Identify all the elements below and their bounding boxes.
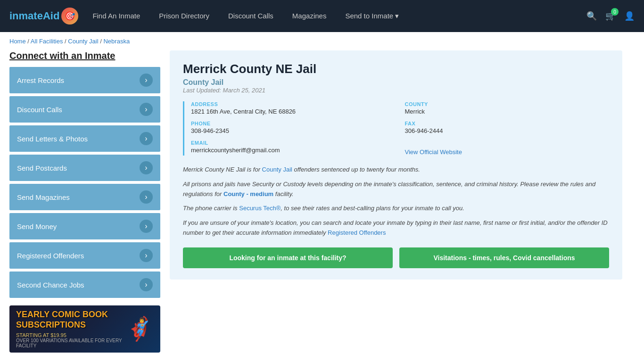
cart-button[interactable]: 🛒 0 [605, 11, 616, 21]
chevron-right-icon: › [140, 161, 153, 174]
county-jail-link-1[interactable]: County Jail [262, 166, 292, 173]
fax-label: FAX [405, 121, 610, 126]
cart-badge: 0 [611, 8, 619, 16]
sidebar-menu: Arrest Records › Discount Calls › Send L… [9, 67, 160, 298]
chevron-right-icon: › [140, 74, 153, 87]
phone-label: PHONE [191, 121, 396, 126]
sidebar-item-send-postcards[interactable]: Send Postcards › [9, 155, 160, 181]
nav-prison-directory[interactable]: Prison Directory [159, 12, 209, 20]
phone-value: 308-946-2345 [191, 127, 396, 134]
ad-title: YEARLY COMIC BOOKSUBSCRIPTIONS [16, 310, 125, 330]
breadcrumb-county-jail[interactable]: County Jail [68, 38, 98, 45]
facility-desc-2: All prisons and jails have Security or C… [183, 180, 609, 199]
county-medium-link[interactable]: County - medium [223, 190, 273, 197]
nav-links: Find An Inmate Prison Directory Discount… [92, 12, 586, 20]
nav-find-inmate[interactable]: Find An Inmate [92, 12, 140, 20]
chevron-right-icon: › [140, 103, 153, 116]
facility-desc-4: If you are unsure of your inmate's locat… [183, 218, 609, 238]
breadcrumb-home[interactable]: Home [9, 38, 26, 45]
ad-variations: OVER 100 VARIATIONS AVAILABLE FOR EVERY … [16, 338, 125, 348]
phone-block: PHONE 308-946-2345 [191, 121, 396, 134]
email-label: EMAIL [191, 140, 396, 146]
breadcrumb-state[interactable]: Nebraska [103, 38, 130, 45]
sidebar-item-send-letters[interactable]: Send Letters & Photos › [9, 125, 160, 152]
facility-info-grid: ADDRESS 1821 16th Ave, Central City, NE … [183, 101, 609, 156]
facility-updated: Last Updated: March 25, 2021 [183, 87, 609, 94]
address-block: ADDRESS 1821 16th Ave, Central City, NE … [191, 101, 396, 115]
nav-right: 🔍 🛒 0 👤 [586, 11, 635, 21]
navbar: inmateAid 🎯 Find An Inmate Prison Direct… [0, 0, 644, 32]
address-value: 1821 16th Ave, Central City, NE 68826 [191, 108, 396, 115]
logo[interactable]: inmateAid 🎯 [9, 8, 78, 25]
sidebar-item-second-chance-jobs[interactable]: Second Chance Jobs › [9, 272, 160, 298]
facility-content: Merrick County NE Jail County Jail Last … [170, 50, 622, 353]
sidebar-item-label: Send Postcards [17, 164, 67, 172]
sidebar-item-label: Send Letters & Photos [17, 135, 88, 143]
nav-send-to-inmate[interactable]: Send to Inmate ▾ [345, 12, 399, 20]
chevron-right-icon: › [140, 190, 153, 204]
breadcrumb: Home / All Facilities / County Jail / Ne… [0, 32, 644, 50]
logo-text: inmateAid [9, 10, 59, 22]
main-container: Connect with an Inmate Arrest Records › … [0, 50, 632, 362]
sidebar-item-discount-calls[interactable]: Discount Calls › [9, 96, 160, 123]
facility-desc-1: Merrick County NE Jail is for County Jai… [183, 165, 609, 175]
sidebar-item-registered-offenders[interactable]: Registered Offenders › [9, 242, 160, 269]
sidebar-item-label: Send Magazines [17, 193, 70, 201]
securus-link[interactable]: Securus Tech® [239, 205, 281, 212]
chevron-right-icon: › [140, 220, 153, 233]
ad-text: YEARLY COMIC BOOKSUBSCRIPTIONS STARTING … [16, 310, 125, 348]
search-button[interactable]: 🔍 [586, 11, 597, 21]
chevron-right-icon: › [140, 249, 153, 262]
sidebar-title: Connect with an Inmate [9, 50, 160, 61]
registered-offenders-link[interactable]: Registered Offenders [328, 229, 386, 236]
email-block: EMAIL merrickcountysheriff@gmail.com [191, 140, 396, 156]
chevron-right-icon: › [140, 132, 153, 145]
sidebar-item-send-magazines[interactable]: Send Magazines › [9, 184, 160, 210]
email-value: merrickcountysheriff@gmail.com [191, 147, 396, 154]
breadcrumb-all-facilities[interactable]: All Facilities [31, 38, 63, 45]
view-official-website-link[interactable]: View Official Website [405, 148, 462, 156]
nav-magazines[interactable]: Magazines [292, 12, 327, 20]
nav-discount-calls[interactable]: Discount Calls [228, 12, 273, 20]
sidebar: Connect with an Inmate Arrest Records › … [9, 50, 160, 353]
sidebar-item-label: Registered Offenders [17, 252, 84, 260]
sidebar-item-label: Arrest Records [17, 76, 64, 84]
chevron-right-icon: › [140, 278, 153, 291]
county-value: Merrick [405, 108, 610, 115]
find-inmate-button[interactable]: Looking for an inmate at this facility? [183, 247, 393, 268]
action-buttons: Looking for an inmate at this facility? … [183, 247, 609, 268]
user-button[interactable]: 👤 [624, 11, 635, 21]
website-block: View Official Website [405, 140, 610, 156]
county-block: COUNTY Merrick [405, 101, 610, 115]
county-label: COUNTY [405, 101, 610, 107]
ad-hero-image: 🦸‍♂️ [125, 318, 154, 340]
sidebar-item-arrest-records[interactable]: Arrest Records › [9, 67, 160, 93]
ad-subtitle: STARTING AT $19.95 [16, 332, 125, 338]
sidebar-item-send-money[interactable]: Send Money › [9, 213, 160, 239]
sidebar-item-label: Discount Calls [17, 106, 62, 114]
facility-type: County Jail [183, 78, 609, 87]
ad-banner[interactable]: YEARLY COMIC BOOKSUBSCRIPTIONS STARTING … [9, 305, 160, 353]
address-label: ADDRESS [191, 101, 396, 107]
sidebar-item-label: Send Money [17, 222, 57, 230]
logo-icon: 🎯 [61, 8, 78, 25]
facility-name: Merrick County NE Jail [183, 62, 609, 76]
fax-value: 306-946-2444 [405, 127, 610, 134]
facility-desc-3: The phone carrier is Securus Tech®, to s… [183, 204, 609, 214]
visitations-button[interactable]: Visitations - times, rules, Covid cancel… [399, 247, 609, 268]
fax-block: FAX 306-946-2444 [405, 121, 610, 134]
facility-card: Merrick County NE Jail County Jail Last … [170, 50, 622, 280]
sidebar-item-label: Second Chance Jobs [17, 281, 84, 289]
